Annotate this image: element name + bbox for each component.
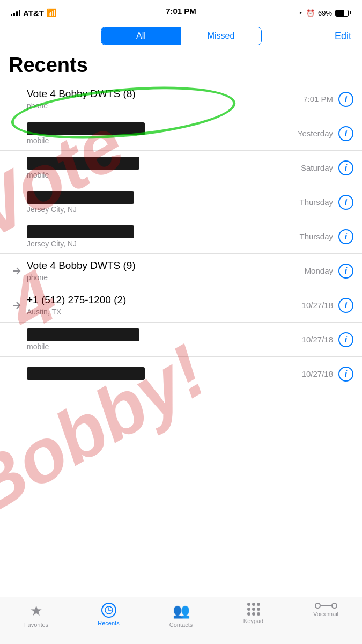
call-info xyxy=(25,367,302,381)
info-button[interactable]: i xyxy=(338,92,353,107)
tab-voicemail-label: Voicemail xyxy=(313,611,338,617)
call-time: Thursday xyxy=(299,232,333,241)
tab-contacts-label: Contacts xyxy=(169,621,193,628)
call-right: 7:01 PM i xyxy=(303,92,353,107)
call-name xyxy=(27,328,302,341)
page-title: Recents xyxy=(0,49,362,82)
keypad-icon xyxy=(247,603,260,616)
favorites-icon: ★ xyxy=(30,603,42,619)
call-time: 10/27/18 xyxy=(302,335,333,344)
call-time: Monday xyxy=(305,266,333,275)
call-right: 10/27/18 i xyxy=(302,298,353,313)
call-item[interactable]: Vote 4 Bobby DWTS (8) phone 7:01 PM i xyxy=(0,82,362,116)
call-item[interactable]: 10/27/18 i xyxy=(0,357,362,391)
tab-favorites-label: Favorites xyxy=(24,621,48,628)
info-button[interactable]: i xyxy=(338,229,353,244)
edit-button[interactable]: Edit xyxy=(335,31,351,42)
tab-favorites[interactable]: ★ Favorites xyxy=(0,603,72,628)
tab-voicemail[interactable]: Voicemail xyxy=(290,603,362,617)
call-item[interactable]: +1 (512) 275-1200 (2) Austin, TX 10/27/1… xyxy=(0,288,362,323)
call-type-icon xyxy=(9,301,25,310)
call-sub: Jersey City, NJ xyxy=(27,239,299,248)
call-name: Vote 4 Bobby DWTS (8) xyxy=(27,88,303,100)
call-info: mobile xyxy=(25,328,302,351)
call-info: Jersey City, NJ xyxy=(25,225,299,248)
call-type-icon xyxy=(9,266,25,276)
call-time: 10/27/18 xyxy=(302,301,333,310)
call-name: Vote 4 Bobby DWTS (9) xyxy=(27,260,305,272)
call-info: mobile xyxy=(25,122,298,145)
redacted-name xyxy=(27,367,145,380)
contacts-icon: 👥 xyxy=(173,603,190,619)
segmented-control-wrapper: All Missed xyxy=(9,27,353,45)
signal-bars xyxy=(11,10,20,16)
call-name: +1 (512) 275-1200 (2) xyxy=(27,294,302,306)
call-sub: Austin, TX xyxy=(27,308,302,316)
call-info: Vote 4 Bobby DWTS (8) phone xyxy=(25,88,303,110)
call-list: Vote 4 Bobby DWTS (8) phone 7:01 PM i mo… xyxy=(0,82,362,391)
seg-missed[interactable]: Missed xyxy=(181,27,261,45)
call-time: Yesterday xyxy=(298,129,333,138)
tab-keypad[interactable]: Keypad xyxy=(217,603,290,624)
status-bar: AT&T 📶 7:01 PM ‣ ⏰ 69% xyxy=(0,0,362,24)
tab-recents[interactable]: Recents xyxy=(72,603,145,626)
segmented-control: All Missed xyxy=(101,27,262,45)
call-time: 10/27/18 xyxy=(302,369,333,378)
location-icon: ‣ xyxy=(299,9,303,17)
battery-pct: 69% xyxy=(318,9,332,17)
voicemail-icon xyxy=(315,603,337,609)
call-time: 7:01 PM xyxy=(303,94,333,104)
call-sub: phone xyxy=(27,101,303,110)
info-button[interactable]: i xyxy=(338,126,353,141)
call-item[interactable]: Jersey City, NJ Thursday i xyxy=(0,185,362,219)
carrier-signal: AT&T 📶 xyxy=(11,8,57,18)
info-button[interactable]: i xyxy=(338,367,353,382)
battery-indicator xyxy=(335,10,351,17)
info-button[interactable]: i xyxy=(338,298,353,313)
call-sub: Jersey City, NJ xyxy=(27,205,299,214)
redacted-name xyxy=(27,122,145,135)
call-name xyxy=(27,225,299,238)
alarm-icon: ⏰ xyxy=(306,9,315,17)
redacted-name xyxy=(27,191,134,204)
call-right: Thursday i xyxy=(299,195,353,210)
status-time: 7:01 PM xyxy=(166,6,196,16)
call-right: 10/27/18 i xyxy=(302,332,353,347)
call-info: Vote 4 Bobby DWTS (9) phone xyxy=(25,260,305,282)
call-item[interactable]: Vote 4 Bobby DWTS (9) phone Monday i xyxy=(0,254,362,288)
tab-recents-label: Recents xyxy=(98,620,119,626)
call-sub: mobile xyxy=(27,136,298,145)
call-info: +1 (512) 275-1200 (2) Austin, TX xyxy=(25,294,302,316)
call-sub: mobile xyxy=(27,171,301,179)
redacted-name xyxy=(27,225,134,238)
nav-row: All Missed Edit xyxy=(0,24,362,49)
call-name xyxy=(27,122,298,135)
info-button[interactable]: i xyxy=(338,264,353,279)
call-name xyxy=(27,157,301,170)
call-right: Thursday i xyxy=(299,229,353,244)
call-item[interactable]: Jersey City, NJ Thursday i xyxy=(0,219,362,254)
seg-all[interactable]: All xyxy=(101,27,181,45)
info-button[interactable]: i xyxy=(338,160,353,175)
tab-bar: ★ Favorites Recents 👥 Contacts Key xyxy=(0,597,362,644)
call-item[interactable]: mobile 10/27/18 i xyxy=(0,323,362,357)
call-right: Saturday i xyxy=(301,160,353,175)
call-info: Jersey City, NJ xyxy=(25,191,299,214)
call-right: Monday i xyxy=(305,264,353,279)
call-sub: phone xyxy=(27,273,305,282)
info-button[interactable]: i xyxy=(338,332,353,347)
tab-keypad-label: Keypad xyxy=(243,618,263,624)
tab-contacts[interactable]: 👥 Contacts xyxy=(145,603,217,628)
call-item[interactable]: mobile Saturday i xyxy=(0,151,362,185)
call-time: Saturday xyxy=(301,163,333,172)
recents-clock-icon xyxy=(101,603,116,618)
info-button[interactable]: i xyxy=(338,195,353,210)
carrier-name: AT&T xyxy=(23,9,44,18)
call-name xyxy=(27,191,299,204)
call-item[interactable]: mobile Yesterday i xyxy=(0,116,362,151)
redacted-name xyxy=(27,328,139,341)
call-right: Yesterday i xyxy=(298,126,353,141)
call-name xyxy=(27,367,302,380)
call-right: 10/27/18 i xyxy=(302,367,353,382)
redacted-name xyxy=(27,157,139,170)
